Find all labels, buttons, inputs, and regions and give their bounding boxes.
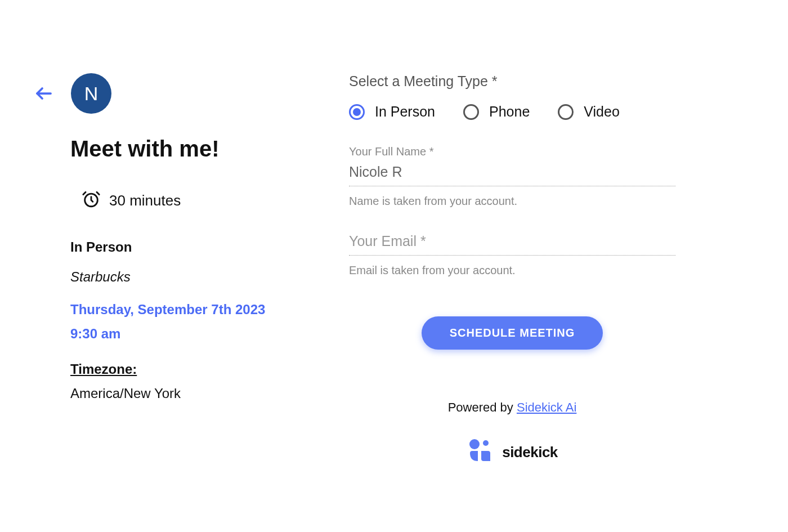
schedule-meeting-button[interactable]: SCHEDULE MEETING [422, 316, 603, 350]
radio-in-person[interactable]: In Person [349, 104, 435, 120]
radio-label-in-person: In Person [375, 104, 435, 120]
powered-by-prefix: Powered by [448, 400, 517, 414]
sidekick-logo-text: sidekick [502, 444, 558, 461]
meeting-type-radio-group: In Person Phone Video [349, 104, 675, 120]
meeting-type-label: In Person [70, 239, 293, 255]
radio-label-video: Video [584, 104, 620, 120]
alarm-clock-icon [82, 190, 101, 211]
radio-video[interactable]: Video [558, 104, 620, 120]
radio-icon [463, 104, 479, 120]
duration-text: 30 minutes [109, 192, 181, 209]
sidekick-logo-icon [467, 437, 494, 467]
radio-phone[interactable]: Phone [463, 104, 530, 120]
booking-form-panel: Select a Meeting Type * In Person Phone … [349, 73, 675, 467]
meeting-summary-panel: N Meet with me! 30 minutes In Person Sta… [34, 73, 293, 467]
name-input[interactable] [349, 161, 675, 186]
meeting-date: Thursday, September 7th 2023 [70, 302, 293, 318]
radio-icon [349, 104, 365, 120]
meeting-type-field-label: Select a Meeting Type * [349, 73, 675, 90]
svg-point-2 [469, 439, 480, 449]
avatar-initial: N [84, 83, 98, 105]
name-helper-text: Name is taken from your account. [349, 195, 675, 208]
name-field-label: Your Full Name * [349, 145, 675, 158]
meeting-time: 9:30 am [70, 326, 293, 342]
timezone-label: Timezone: [70, 361, 293, 377]
avatar: N [71, 73, 111, 114]
svg-point-3 [483, 440, 489, 446]
timezone-value: America/New York [70, 386, 293, 401]
sidekick-logo: sidekick [349, 437, 675, 467]
page-title: Meet with me! [70, 136, 293, 162]
radio-icon [558, 104, 574, 120]
radio-label-phone: Phone [489, 104, 530, 120]
email-input[interactable] [349, 230, 675, 256]
location-text: Starbucks [70, 269, 293, 285]
powered-by-text: Powered by Sidekick Ai [349, 400, 675, 415]
sidekick-ai-link[interactable]: Sidekick Ai [517, 400, 576, 414]
email-helper-text: Email is taken from your account. [349, 264, 675, 277]
back-arrow-icon[interactable] [34, 83, 54, 104]
